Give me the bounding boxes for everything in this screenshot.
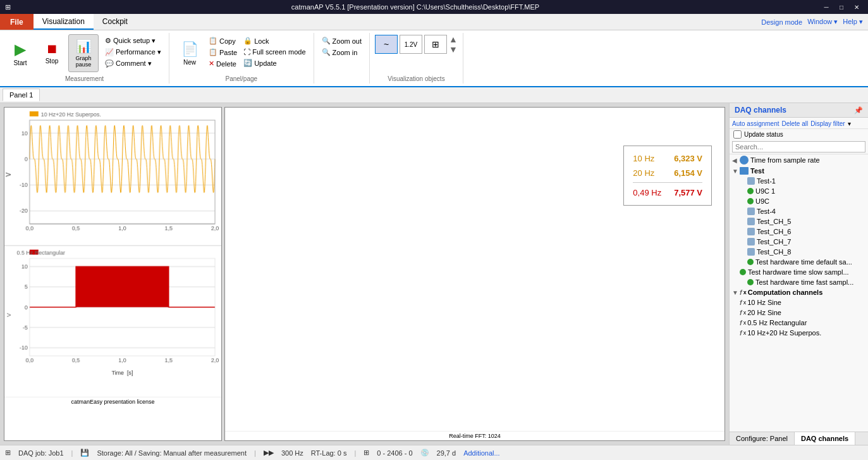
storage-status: 💾 <box>80 449 89 457</box>
maximize-button[interactable]: □ <box>835 2 848 12</box>
right-chart-footer: Real-time FFT: 1024 <box>225 431 724 440</box>
measurement-small-btns: ⚙Quick setup ▾ 📈Performance ▾ 💬Comment ▾ <box>102 34 164 69</box>
ch-icon-ch7 <box>747 238 755 246</box>
tree-item-20hz-sine[interactable]: fx 20 Hz Sine <box>730 308 868 318</box>
ribbon-group-vis: ~ 1.2V ⊞ ▲▼ Visualization objects <box>370 33 463 84</box>
tree-label-10hz: 10 Hz Sine <box>747 299 865 306</box>
vis-chart-button[interactable]: ~ <box>375 35 398 54</box>
daq-update-row: Update status <box>730 129 868 140</box>
stop-icon: ⏹ <box>46 42 58 56</box>
daq-channels-tab[interactable]: DAQ channels <box>795 432 855 445</box>
left-chart-canvas[interactable] <box>4 108 221 397</box>
tree-item-time[interactable]: ◀ Time from sample rate <box>730 154 868 166</box>
info-val-3: 7,577 V <box>674 185 702 200</box>
close-button[interactable]: ✕ <box>850 2 863 12</box>
samples-label: 0 - 2406 - 0 <box>377 449 412 457</box>
ch-icon-test1 <box>747 177 755 185</box>
delete-button[interactable]: ✕Delete <box>206 58 240 69</box>
tree-item-rect[interactable]: fx 0.5 Hz Rectangular <box>730 318 868 328</box>
file-menu[interactable]: File <box>0 14 34 30</box>
additional-link[interactable]: Additional... <box>463 449 499 457</box>
tree-label-ch8: Test_CH_8 <box>757 248 865 256</box>
tree-item-ch7[interactable]: Test_CH_7 <box>730 237 868 247</box>
tree-item-test1[interactable]: Test-1 <box>730 176 868 186</box>
performance-button[interactable]: 📈Performance ▾ <box>102 47 164 58</box>
new-icon: 📄 <box>181 41 199 58</box>
tree-item-ch5[interactable]: Test_CH_5 <box>730 216 868 227</box>
fullscreen-button[interactable]: ⛶Full screen mode <box>241 47 308 57</box>
app-icon: ⊞ <box>5 3 11 11</box>
cockpit-tab[interactable]: Cockpit <box>94 14 137 30</box>
ch-icon-u9c <box>747 198 754 204</box>
stop-button[interactable]: ⏹ Stop <box>37 34 67 72</box>
tree-label-u9c: U9C <box>755 197 865 205</box>
update-button[interactable]: 🔄Update <box>241 58 308 68</box>
minimize-button[interactable]: ─ <box>820 2 833 12</box>
daq-tree: ◀ Time from sample rate ▼ Test Test-1 <box>730 154 868 432</box>
fx-icon-20hz: f <box>740 309 742 316</box>
tree-item-ch6[interactable]: Test_CH_6 <box>730 227 868 237</box>
tree-item-test[interactable]: ▼ Test <box>730 166 868 176</box>
ribbon-group-zoom: 🔍Zoom out 🔍Zoom in <box>314 33 370 84</box>
daq-pin-icon[interactable]: 📌 <box>854 106 863 115</box>
status-bar: ⊞ DAQ job: Job1 | 💾 Storage: All / Savin… <box>0 445 868 460</box>
paste-button[interactable]: 📋Paste <box>206 47 240 58</box>
info-val-1: 6,323 V <box>674 151 702 166</box>
help-menu[interactable]: Help ▾ <box>843 18 863 26</box>
delete-all-link[interactable]: Delete all <box>782 120 809 127</box>
panel-1-tab[interactable]: Panel 1 <box>3 89 40 101</box>
tree-label-hw-slow: Test hardware time slow sampl... <box>748 268 865 276</box>
tree-item-hw-slow[interactable]: Test hardware time slow sampl... <box>730 267 868 277</box>
time-dot <box>740 156 749 165</box>
test-folder-icon <box>740 167 749 175</box>
graph-pause-button[interactable]: 📊 Graphpause <box>68 34 99 72</box>
daq-bottom-tabs: Configure: Panel DAQ channels <box>730 432 868 445</box>
vis-group-label: Visualization objects <box>388 74 444 82</box>
rate-label: 300 Hz <box>281 449 303 457</box>
fx-group-icon: f <box>740 289 742 296</box>
comment-button[interactable]: 💬Comment ▾ <box>102 58 164 69</box>
tree-item-computation[interactable]: ▼ fx Computation channels <box>730 287 868 297</box>
daq-job-status: DAQ job: Job1 <box>18 449 64 457</box>
tree-item-u9c[interactable]: U9C <box>730 196 868 206</box>
storage-label: Storage: All / Saving: Manual after meas… <box>97 449 247 457</box>
lock-button[interactable]: 🔒Lock <box>241 35 308 46</box>
panel-tab-bar: Panel 1 <box>0 87 868 103</box>
tree-label-u9c1: U9C 1 <box>755 187 865 195</box>
vis-scroll[interactable]: ▲▼ <box>449 34 458 54</box>
design-mode-link[interactable]: Design mode <box>761 18 802 26</box>
tree-item-superpos[interactable]: fx 10 Hz+20 Hz Superpos. <box>730 328 868 338</box>
daq-search-input[interactable] <box>732 141 865 152</box>
vis-table-button[interactable]: ⊞ <box>424 35 447 54</box>
window-menu[interactable]: Window ▾ <box>807 18 838 26</box>
panel-group-label: Panel/page <box>225 74 257 82</box>
update-status-checkbox[interactable] <box>733 130 742 139</box>
display-filter-link[interactable]: Display filter <box>810 120 845 127</box>
tree-label-computation: Computation channels <box>748 289 865 296</box>
tree-item-ch8[interactable]: Test_CH_8 <box>730 247 868 257</box>
tree-item-10hz-sine[interactable]: fx 10 Hz Sine <box>730 297 868 308</box>
copy-button[interactable]: 📋Copy <box>206 35 240 46</box>
quick-setup-button[interactable]: ⚙Quick setup ▾ <box>102 35 164 46</box>
info-val-2: 6,154 V <box>674 166 702 180</box>
tree-label-ch5: Test_CH_5 <box>757 218 865 225</box>
rate-status: ▶▶ <box>264 449 274 457</box>
tree-item-u9c1[interactable]: U9C 1 <box>730 186 868 196</box>
vis-meter-button[interactable]: 1.2V <box>400 35 422 54</box>
ribbon-large-btns: ▶ Start ⏹ Stop 📊 Graphpause ⚙Quick setup… <box>5 34 164 74</box>
tree-item-hw-fast[interactable]: Test hardware time fast sampl... <box>730 277 868 287</box>
zoom-in-button[interactable]: 🔍Zoom in <box>319 47 364 58</box>
test-expand-icon: ▼ <box>732 168 740 175</box>
tree-item-hw-default[interactable]: Test hardware time default sa... <box>730 257 868 267</box>
new-button[interactable]: 📄 New <box>174 34 205 72</box>
new-label: New <box>183 59 196 66</box>
visualization-tab[interactable]: Visualization <box>34 14 94 30</box>
auto-assignment-link[interactable]: Auto assignment <box>732 120 779 127</box>
configure-panel-tab[interactable]: Configure: Panel <box>730 432 795 445</box>
ribbon-group-measurement: ▶ Start ⏹ Stop 📊 Graphpause ⚙Quick setup… <box>0 33 169 84</box>
ribbon: ▶ Start ⏹ Stop 📊 Graphpause ⚙Quick setup… <box>0 30 868 87</box>
zoom-out-button[interactable]: 🔍Zoom out <box>319 35 364 46</box>
tree-item-test4[interactable]: Test-4 <box>730 206 868 216</box>
ch-icon-u9c1 <box>747 188 754 194</box>
start-button[interactable]: ▶ Start <box>5 34 35 72</box>
